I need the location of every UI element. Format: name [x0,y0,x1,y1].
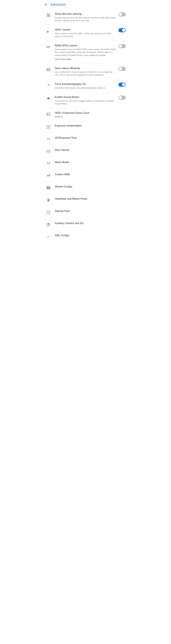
noise-icon [45,160,52,167]
setting-item-noise-model[interactable]: Noise Model [43,158,128,170]
special-fixes-icon [45,209,52,216]
setting-title-dirty-lens: Show dirty lens warning [55,12,117,16]
setting-item-dirty-lens[interactable]: Show dirty lens warningDisplay warning w… [43,9,128,25]
toggle-sunset-button[interactable] [118,96,126,100]
setting-item-custom-awb[interactable]: AWCustom AWB [43,170,128,182]
toggle-store-videos[interactable] [118,67,126,71]
svg-text:</>: </> [46,236,50,238]
settings-list: Show dirty lens warningDisplay warning w… [43,9,128,243]
setting-title-ram-patcher: Ram Patcher [55,148,126,152]
setting-title-stream-configs: Stream Configs [55,185,126,188]
raw-icon: RAW [45,44,52,50]
setting-item-iso-exposure[interactable]: ISO/Exposure Time [43,133,128,145]
toggle-knob-force-astro [122,83,125,86]
setting-item-special-fixes[interactable]: Special Fixes [43,206,128,218]
setting-content-auxiliary-camera: Auxiliary Camera and IDs [55,222,126,226]
svg-rect-26 [47,188,50,188]
awb-icon: AW [45,172,52,179]
setting-desc-force-astro: Enabling it will change Auto Astrophotog… [55,86,117,89]
toggle-dirty-lens[interactable] [118,12,126,16]
setting-link-raw-jpeg[interactable]: View RAW folder [55,58,117,60]
setting-content-hdr-control: HDR+ controlShow manual control for HDR+… [55,28,117,38]
toggle-raw-jpeg[interactable] [118,44,126,48]
setting-content-noise-model: Noise Model [55,160,126,165]
svg-point-36 [48,224,49,225]
setting-item-viewfinder-motion[interactable]: Viewfinder and Motion Photo [43,194,128,206]
setting-item-xml-configs[interactable]: </>XML Configs [43,231,128,243]
setting-title-custom-awb: Custom AWB [55,173,126,176]
svg-point-17 [47,138,48,139]
hevc-icon: HEVC [45,66,52,73]
setting-desc-hdr-control: Show manual control for HDR+. When this … [55,32,117,38]
setting-content-xml-configs: XML Configs [55,234,126,238]
header: Advanced [43,0,128,9]
dirty-lens-icon [45,12,52,18]
setting-desc-dirty-lens: Display warning when the lens may be too… [55,16,117,22]
setting-content-sunset-button: Enable Sunset ButtonTurning this on will… [55,95,117,105]
setting-item-ram-patcher[interactable]: Ram Patcher [43,145,128,158]
svg-text:R+: R+ [47,32,48,33]
exposure-icon [45,124,52,130]
setting-item-stream-configs[interactable]: Stream Configs [43,182,128,194]
setting-title-special-fixes: Special Fixes [55,210,126,213]
setting-content-viewfinder-motion: Viewfinder and Motion Photo [55,197,126,201]
setting-title-sunset-button: Enable Sunset Button [55,96,117,99]
hdr-icon: HDR+ [45,28,52,34]
setting-content-ram-patcher: Ram Patcher [55,148,126,152]
setting-item-auxiliary-camera[interactable]: Auxiliary Camera and IDs [43,218,128,231]
svg-text:HEVC: HEVC [47,69,50,70]
setting-title-xml-configs: XML Configs [55,234,126,237]
setting-title-force-astro: Force Astrophotography On [55,82,117,86]
setting-item-raw-jpeg[interactable]: RAWRAW+JPEG controlShow option to turn o… [43,41,128,64]
toggle-knob-raw-jpeg [119,44,122,48]
setting-title-auxiliary-camera: Auxiliary Camera and IDs [55,222,126,225]
toggle-knob-hdr-control [122,29,125,32]
setting-title-iso-exposure: ISO/Exposure Time [55,136,126,140]
toggle-wrapper-force-astro [118,82,126,87]
viewfinder-icon [45,197,52,203]
setting-content-hdr-frame-count: HDR+ Enhanced Frame CountMedium [55,111,126,118]
setting-desc-raw-jpeg: Show option to turn on RAW+JPEG in the v… [55,48,117,57]
setting-item-hdr-control[interactable]: HDR+HDR+ controlShow manual control for … [43,25,128,41]
setting-item-sunset-button[interactable]: Enable Sunset ButtonTurning this on will… [43,92,128,108]
toggle-wrapper-dirty-lens [118,12,126,16]
setting-content-custom-awb: Custom AWB [55,172,126,177]
back-button[interactable] [44,3,48,6]
iso-icon [45,136,52,142]
setting-content-store-videos: Store videos efficientlyUse H.265/HEVC f… [55,66,117,76]
setting-title-raw-jpeg: RAW+JPEG control [55,44,117,48]
svg-point-30 [48,200,49,201]
setting-title-noise-model: Noise Model [55,161,126,164]
setting-content-stream-configs: Stream Configs [55,185,126,189]
setting-item-force-astro[interactable]: Force Astrophotography OnEnabling it wil… [43,80,128,92]
svg-point-24 [49,174,50,175]
setting-content-iso-exposure: ISO/Exposure Time [55,136,126,140]
toggle-wrapper-store-videos [118,66,126,71]
setting-content-raw-jpeg: RAW+JPEG controlShow option to turn on R… [55,44,117,60]
svg-line-2 [47,14,50,17]
toggle-hdr-control[interactable] [118,28,126,32]
svg-text:9+: 9+ [47,113,49,115]
toggle-wrapper-sunset-button [118,95,126,100]
astro-icon [45,82,52,88]
setting-desc-store-videos: Use H.265/HEVC format instead of H.264/A… [55,71,117,76]
setting-content-exposure-comp: Exposure compensation [55,124,126,128]
setting-title-store-videos: Store videos efficiently [55,67,117,70]
stream-icon [45,185,52,191]
setting-title-exposure-comp: Exposure compensation [55,124,126,128]
setting-item-exposure-comp[interactable]: Exposure compensation [43,121,128,133]
setting-item-store-videos[interactable]: HEVCStore videos efficientlyUse H.265/HE… [43,64,128,80]
toggle-wrapper-hdr-control [118,28,126,32]
toggle-knob-store-videos [119,67,122,70]
setting-item-hdr-frame-count[interactable]: 9+HDR+ Enhanced Frame CountMedium [43,108,128,121]
sunset-icon [45,95,52,102]
setting-content-force-astro: Force Astrophotography OnEnabling it wil… [55,82,117,89]
toggle-knob-dirty-lens [119,13,122,16]
toggle-force-astro[interactable] [118,82,126,87]
setting-content-special-fixes: Special Fixes [55,209,126,214]
svg-rect-28 [47,186,47,187]
setting-content-dirty-lens: Show dirty lens warningDisplay warning w… [55,12,117,22]
auxiliary-icon [45,222,52,228]
setting-title-hdr-control: HDR+ control [55,28,117,32]
svg-rect-18 [47,150,50,152]
